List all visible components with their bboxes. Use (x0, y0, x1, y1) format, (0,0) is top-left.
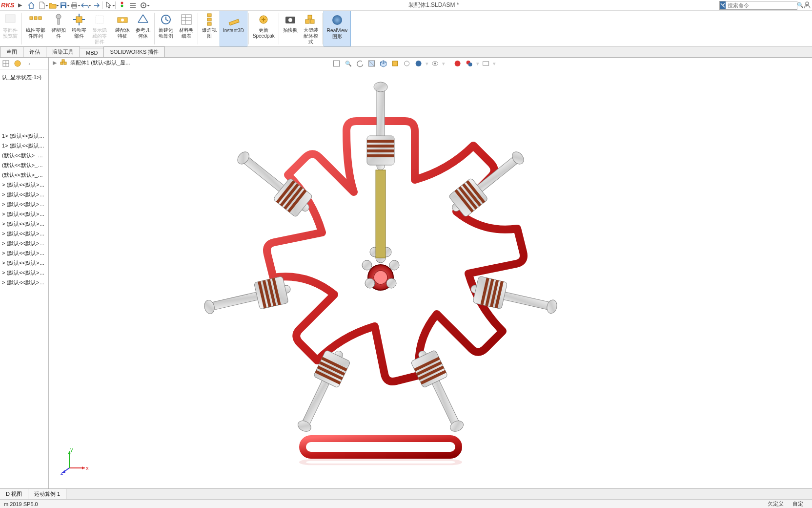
svg-rect-5 (72, 6, 76, 8)
tree-item[interactable]: > (默认<<默认>_显示 (1, 268, 47, 277)
search-input[interactable] (726, 2, 797, 8)
tab-motion-study-1[interactable]: 运动算例 1 (28, 489, 66, 499)
tab-render[interactable]: 渲染工具 (46, 46, 80, 57)
move-component-button[interactable]: 移动零 部件 (69, 11, 89, 46)
motion-study-tabs: D 视图 运动算例 1 (0, 488, 812, 499)
tree-item[interactable]: (默认<<默认>_显示 (1, 160, 47, 170)
svg-rect-38 (308, 15, 312, 19)
feature-tree[interactable]: 认_显示状态-1>) 1> (默认<<默认>_显 1> (默认<<默认>_显 (… (0, 69, 48, 488)
svg-rect-10 (130, 7, 136, 8)
options-gear-icon[interactable] (139, 1, 148, 10)
command-search[interactable]: 🔍 ▾ (719, 1, 797, 10)
user-icon[interactable] (803, 1, 812, 10)
workspace: › 认_显示状态-1>) 1> (默认<<默认>_显 1> (默认<<默认>_显… (0, 58, 812, 488)
realview-button[interactable]: RealView 图形 (324, 11, 351, 46)
svg-rect-2 (62, 6, 65, 8)
svg-point-43 (15, 61, 20, 66)
svg-rect-21 (96, 16, 103, 23)
svg-rect-9 (130, 5, 136, 6)
feature-manager-tab-icon[interactable] (0, 58, 12, 69)
reference-geometry-button[interactable]: 参考几 何体 (133, 11, 153, 46)
feature-manager-panel: › 认_显示状态-1>) 1> (默认<<默认>_显 1> (默认<<默认>_显… (0, 58, 49, 488)
svg-rect-45 (64, 62, 66, 64)
tree-item[interactable]: (默认<<默认>_显示 (1, 150, 47, 160)
bom-button[interactable]: 材料明 细表 (176, 11, 197, 46)
status-version: m 2019 SP5.0 (0, 501, 42, 507)
svg-rect-1 (61, 3, 65, 5)
svg-rect-79 (303, 460, 459, 465)
assembly-features-button[interactable]: 装配体 特征 (112, 11, 133, 46)
status-definition: 欠定义 (768, 500, 784, 508)
ribbon-toolbar: 零部件 预览窗 线性零部 件阵列 智能扣 件 移动零 部件 显示隐 藏的零 部件… (0, 11, 812, 47)
tree-item[interactable]: > (默认<<默认>_显示 (1, 258, 47, 268)
tab-evaluate[interactable]: 评估 (23, 46, 46, 57)
svg-rect-4 (72, 2, 76, 4)
redo-icon[interactable] (91, 1, 100, 10)
tree-item[interactable]: (默认<<默认>_显示 (1, 170, 47, 180)
svg-point-7 (121, 4, 123, 7)
orientation-triad[interactable]: xyz (61, 447, 90, 477)
logo-expand-icon[interactable]: ▶ (16, 2, 24, 8)
tree-item[interactable]: > (默认<<默认>_显示 (1, 199, 47, 209)
tree-root[interactable]: 认_显示状态-1>) (1, 72, 47, 82)
svg-text:y: y (70, 447, 73, 452)
new-motion-study-button[interactable]: 新建运 动算例 (156, 11, 176, 46)
tree-item[interactable]: > (默认<<默认>_显示 (1, 209, 47, 219)
tree-item[interactable]: 1> (默认<<默认>_显 (1, 141, 47, 150)
rebuild-list-icon[interactable] (128, 1, 137, 10)
svg-point-23 (121, 19, 124, 21)
svg-rect-19 (58, 19, 60, 24)
open-file-icon[interactable] (48, 1, 57, 10)
tab-mbd[interactable]: MBD (80, 48, 104, 57)
configuration-manager-tab-icon[interactable] (12, 58, 23, 69)
select-icon[interactable] (104, 1, 113, 10)
tree-item[interactable]: > (默认<<默认>_显示 (1, 229, 47, 238)
tab-3d-view[interactable]: D 视图 (0, 489, 28, 499)
traffic-light-icon[interactable] (118, 1, 126, 10)
svg-rect-37 (310, 20, 314, 23)
tree-item[interactable]: > (默认<<默认>_显示 (1, 180, 47, 190)
manager-overflow-icon[interactable]: › (23, 58, 35, 69)
svg-rect-31 (207, 22, 211, 25)
svg-marker-81 (82, 466, 85, 469)
tree-item[interactable]: 1> (默认<<默认>_显 (1, 131, 47, 141)
manager-tab-row: › (0, 58, 48, 69)
search-icon[interactable]: 🔍 (797, 2, 804, 8)
tree-item[interactable]: > (默认<<默认>_显示 (1, 248, 47, 258)
tree-item[interactable]: > (默认<<默认>_显示 (1, 238, 47, 248)
search-category-icon[interactable] (720, 1, 726, 9)
instant3d-button[interactable]: Instant3D (220, 11, 247, 46)
new-file-icon[interactable] (38, 1, 46, 10)
undo-icon[interactable] (81, 1, 89, 10)
tree-item[interactable]: > (默认<<默认>_显示 (1, 190, 47, 199)
linear-pattern-button[interactable]: 线性零部 件阵列 (23, 11, 48, 46)
breadcrumb[interactable]: ▶ 装配体1 (默认<默认_显... (53, 59, 130, 66)
tree-item[interactable]: > (默认<<默认>_显示 (1, 219, 47, 229)
svg-rect-78 (376, 170, 386, 258)
tab-addins[interactable]: SOLIDWORKS 插件 (103, 46, 165, 57)
tree-item[interactable]: > (默认<<默认>_显示 (1, 277, 47, 287)
title-bar: RKS ▶ 装配体1.SLDASM * 🔍 ▾ (0, 0, 812, 11)
tab-sketch[interactable]: 草图 (0, 46, 23, 57)
smart-fasteners-button[interactable]: 智能扣 件 (48, 11, 69, 46)
command-manager-tabs: 草图 评估 渲染工具 MBD SOLIDWORKS 插件 (0, 47, 812, 58)
svg-rect-8 (130, 3, 136, 4)
update-speedpak-button[interactable]: 更新 Speedpak (250, 11, 278, 46)
large-assembly-button[interactable]: 大型装 配体模 式 (301, 11, 321, 46)
svg-point-12 (143, 4, 144, 6)
pistons-overlay (127, 63, 664, 483)
svg-rect-14 (5, 15, 15, 22)
exploded-view-button[interactable]: 爆炸视 图 (199, 11, 220, 46)
breadcrumb-expand-icon[interactable]: ▶ (53, 60, 57, 66)
print-icon[interactable] (70, 1, 79, 10)
breadcrumb-text[interactable]: 装配体1 (默认<默认_显... (70, 59, 130, 66)
show-hidden-button: 显示隐 藏的零 部件 (89, 11, 110, 46)
graphics-area[interactable]: ▶ 装配体1 (默认<默认_显... 🔍 ▾ ▾ ▾ ▾ (49, 58, 812, 488)
svg-rect-20 (76, 17, 82, 22)
take-snapshot-button[interactable]: 拍快照 (280, 11, 301, 46)
home-icon[interactable] (27, 1, 36, 10)
svg-rect-16 (34, 17, 37, 20)
svg-rect-29 (207, 14, 211, 17)
save-icon[interactable] (59, 1, 68, 10)
svg-text:x: x (86, 465, 89, 471)
